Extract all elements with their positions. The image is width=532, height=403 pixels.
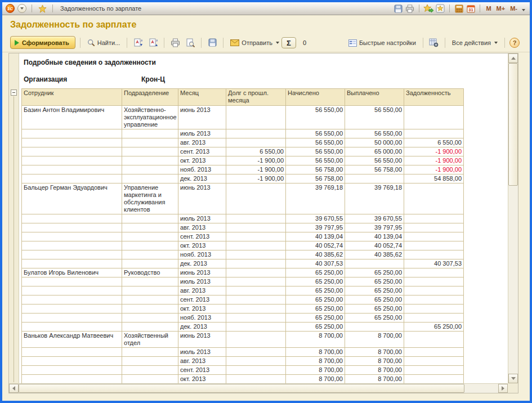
cell-employee[interactable] bbox=[22, 259, 122, 268]
cell-employee[interactable] bbox=[22, 366, 122, 375]
cell-month[interactable]: сент. 2013 bbox=[178, 295, 226, 305]
cell-department[interactable] bbox=[122, 138, 178, 147]
cell-accrued[interactable]: 8 700,00 bbox=[286, 375, 345, 384]
cell-employee[interactable] bbox=[22, 232, 122, 241]
report-column-header[interactable]: Задолженность bbox=[404, 89, 464, 106]
cell-debt[interactable] bbox=[404, 129, 464, 138]
cell-debt[interactable]: 40 307,53 bbox=[404, 259, 464, 268]
report-column-header[interactable]: Подразделение bbox=[122, 89, 178, 106]
scroll-right-button[interactable] bbox=[498, 384, 508, 393]
cell-employee[interactable]: Ваньков Александр Матвеевич bbox=[22, 332, 122, 348]
cell-department[interactable] bbox=[122, 277, 178, 286]
cell-prev-debt[interactable] bbox=[226, 129, 286, 138]
cell-month[interactable]: окт. 2013 bbox=[178, 156, 226, 165]
cell-employee[interactable]: Булатов Игорь Виленович bbox=[22, 268, 122, 277]
cell-paid[interactable]: 65 250,00 bbox=[345, 268, 404, 277]
cell-debt[interactable] bbox=[404, 268, 464, 277]
cell-employee[interactable] bbox=[22, 129, 122, 138]
scroll-up-button[interactable] bbox=[508, 53, 518, 63]
cell-employee[interactable] bbox=[22, 174, 122, 183]
cell-prev-debt[interactable] bbox=[226, 106, 286, 129]
cell-department[interactable] bbox=[122, 375, 178, 384]
report-column-header[interactable]: Выплачено bbox=[345, 89, 404, 106]
cell-prev-debt[interactable] bbox=[226, 268, 286, 277]
favorites-star-icon[interactable] bbox=[37, 3, 47, 14]
cell-department[interactable] bbox=[122, 259, 178, 268]
print-icon[interactable] bbox=[405, 3, 415, 14]
cell-department[interactable] bbox=[122, 129, 178, 138]
cell-month[interactable]: сент. 2013 bbox=[178, 232, 226, 241]
cell-accrued[interactable]: 39 769,18 bbox=[286, 183, 345, 214]
cell-paid[interactable]: 65 250,00 bbox=[345, 286, 404, 295]
collapse-group-button[interactable] bbox=[11, 89, 17, 96]
find-button[interactable]: Найти... bbox=[85, 37, 123, 49]
cell-accrued[interactable]: 8 700,00 bbox=[286, 348, 345, 357]
memory-m-minus-button[interactable]: M- bbox=[508, 5, 519, 12]
print-button[interactable] bbox=[169, 37, 181, 49]
cell-month[interactable]: июнь 2013 bbox=[178, 332, 226, 348]
cell-employee[interactable] bbox=[22, 147, 122, 156]
cell-paid[interactable]: 8 700,00 bbox=[345, 357, 404, 366]
cell-accrued[interactable]: 65 250,00 bbox=[286, 286, 345, 295]
cell-debt[interactable] bbox=[404, 314, 464, 323]
cell-accrued[interactable]: 8 700,00 bbox=[286, 332, 345, 348]
cell-paid[interactable]: 40 385,62 bbox=[345, 250, 404, 259]
cell-month[interactable]: дек. 2013 bbox=[178, 323, 226, 332]
cell-department[interactable] bbox=[122, 174, 178, 183]
cell-department[interactable] bbox=[122, 348, 178, 357]
cell-employee[interactable] bbox=[22, 138, 122, 147]
cell-debt[interactable] bbox=[404, 375, 464, 384]
scroll-down-button[interactable] bbox=[508, 374, 518, 383]
cell-department[interactable] bbox=[122, 314, 178, 323]
save-icon[interactable] bbox=[393, 3, 403, 14]
cell-debt[interactable]: -1 900,00 bbox=[404, 147, 464, 156]
cell-employee[interactable] bbox=[22, 314, 122, 323]
cell-debt[interactable]: 6 550,00 bbox=[404, 138, 464, 147]
cell-debt[interactable] bbox=[404, 305, 464, 314]
cell-month[interactable]: нояб. 2013 bbox=[178, 314, 226, 323]
cell-paid[interactable]: 8 700,00 bbox=[345, 332, 404, 348]
cell-department[interactable] bbox=[122, 147, 178, 156]
cell-employee[interactable]: Базин Антон Владимирович bbox=[22, 106, 122, 129]
scale-down-button[interactable]: AA bbox=[147, 37, 159, 49]
vertical-scroll-thumb[interactable] bbox=[508, 63, 518, 186]
cell-debt[interactable] bbox=[404, 348, 464, 357]
cell-paid[interactable]: 8 700,00 bbox=[345, 366, 404, 375]
report-column-header[interactable]: Месяц bbox=[178, 89, 226, 106]
cell-debt[interactable] bbox=[404, 286, 464, 295]
all-actions-button[interactable]: Все действия bbox=[450, 37, 500, 49]
cell-debt[interactable] bbox=[404, 223, 464, 232]
main-menu-button[interactable] bbox=[17, 4, 26, 13]
cell-employee[interactable] bbox=[22, 241, 122, 250]
cell-paid[interactable]: 56 550,00 bbox=[345, 106, 404, 129]
spreadsheet[interactable]: Подробные сведения о задолженности Орган… bbox=[19, 53, 508, 383]
cell-prev-debt[interactable] bbox=[226, 295, 286, 305]
cell-debt[interactable] bbox=[404, 277, 464, 286]
cell-prev-debt[interactable] bbox=[226, 277, 286, 286]
cell-employee[interactable] bbox=[22, 305, 122, 314]
cell-prev-debt[interactable] bbox=[226, 375, 286, 384]
cell-debt[interactable]: -1 900,00 bbox=[404, 156, 464, 165]
cell-debt[interactable] bbox=[404, 295, 464, 305]
cell-debt[interactable] bbox=[404, 183, 464, 214]
cell-accrued[interactable]: 56 550,00 bbox=[286, 138, 345, 147]
cell-employee[interactable] bbox=[22, 250, 122, 259]
cell-department[interactable] bbox=[122, 366, 178, 375]
cell-accrued[interactable]: 40 385,62 bbox=[286, 250, 345, 259]
report-column-header[interactable]: Начислено bbox=[286, 89, 345, 106]
cell-paid[interactable] bbox=[345, 259, 404, 268]
cell-accrued[interactable]: 40 139,04 bbox=[286, 232, 345, 241]
horizontal-scrollbar[interactable] bbox=[9, 383, 508, 393]
cell-employee[interactable] bbox=[22, 375, 122, 384]
cell-month[interactable]: июль 2013 bbox=[178, 214, 226, 223]
cell-paid[interactable]: 40 052,74 bbox=[345, 241, 404, 250]
cell-prev-debt[interactable]: 6 550,00 bbox=[226, 147, 286, 156]
cell-accrued[interactable]: 39 670,55 bbox=[286, 214, 345, 223]
cell-prev-debt[interactable]: -1 900,00 bbox=[226, 156, 286, 165]
favorites-add-icon[interactable] bbox=[423, 3, 433, 14]
memory-m-button[interactable]: M bbox=[484, 5, 493, 12]
calculator-icon[interactable] bbox=[454, 3, 464, 14]
cell-accrued[interactable]: 8 700,00 bbox=[286, 366, 345, 375]
vertical-scrollbar[interactable] bbox=[508, 53, 518, 383]
cell-paid[interactable]: 8 700,00 bbox=[345, 375, 404, 384]
